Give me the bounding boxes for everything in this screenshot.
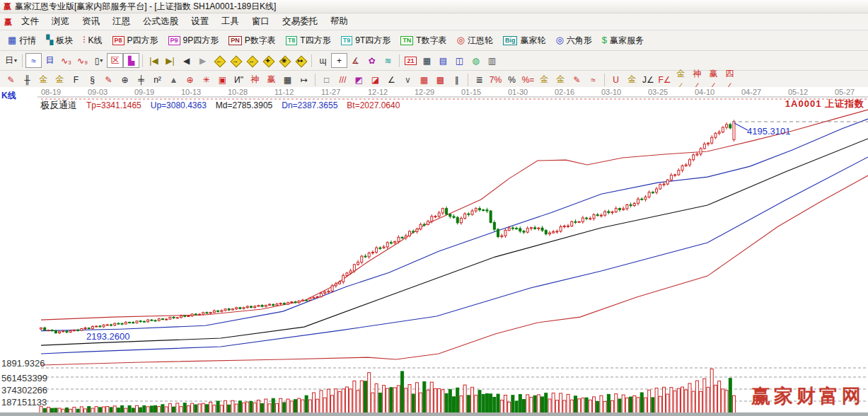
diamond-zoom-reset[interactable]: ✳ — [276, 53, 292, 68]
parallel-lines-tool[interactable]: ∥ — [449, 72, 465, 87]
mark-pen-tool[interactable]: ✎ — [100, 72, 117, 87]
pan-hand-tool[interactable]: ɰ — [315, 53, 331, 68]
f-ratio-tool[interactable]: F — [68, 72, 84, 87]
last-page-button[interactable]: ▶| — [162, 53, 178, 68]
star-target-tool[interactable]: ✳ — [198, 72, 214, 87]
menu-item-0[interactable]: 文件 — [15, 14, 45, 29]
9t-square-button[interactable]: T99T四方形 — [336, 33, 396, 48]
winner-wheel-button[interactable]: Big赢家轮 — [498, 33, 551, 48]
square-of-nine-tool[interactable]: n² — [149, 72, 166, 87]
info-panel-button[interactable]: 目 — [42, 53, 58, 68]
percent-tool[interactable]: % — [504, 72, 520, 87]
gann-wheel-button[interactable]: ◎江恩轮 — [452, 33, 498, 48]
percent-line-tool[interactable]: %= — [520, 72, 536, 87]
percent-retrace-tool[interactable]: 7% — [487, 72, 504, 87]
shen-angle-tool[interactable]: 神∠ — [689, 72, 705, 87]
pc-export-button[interactable]: ▥ — [484, 53, 500, 68]
calendar-button[interactable]: 21 — [403, 53, 419, 68]
p-square-button[interactable]: P8P四方形 — [108, 33, 163, 48]
diamond-shift-left[interactable]: ← — [211, 53, 227, 68]
pattern-match-tool[interactable]: ≋ — [380, 53, 396, 68]
x-axis-date: 11-12 — [274, 88, 294, 96]
menu-item-5[interactable]: 设置 — [185, 14, 215, 29]
first-page-button[interactable]: |◀ — [146, 53, 162, 68]
price-scale-tool[interactable]: ≣ — [471, 72, 487, 87]
menu-item-9[interactable]: 帮助 — [324, 14, 354, 29]
price-grid-tool[interactable]: ╪ — [133, 72, 149, 87]
angle-rays-tool[interactable]: ∠ — [383, 72, 400, 87]
menu-item-4[interactable]: 公式选股 — [137, 14, 185, 29]
flower-tool[interactable]: ✿ — [364, 53, 380, 68]
gold-angle-tool[interactable]: 金∠ — [673, 72, 689, 87]
kline-button[interactable]: ⫶K线 — [78, 33, 107, 48]
diamond-goto-end[interactable]: ↦ — [292, 53, 308, 68]
9p-square-button[interactable]: P99P四方形 — [163, 33, 224, 48]
cup-tool[interactable]: U — [608, 72, 624, 87]
fan-box-red-tool[interactable]: ◪ — [367, 72, 383, 87]
angle-measure-tool[interactable]: ∡ — [347, 53, 364, 68]
wave-cross-tool[interactable]: ≈ — [585, 72, 601, 87]
pen-bars-tool[interactable]: ✎ — [569, 72, 585, 87]
candle-body — [571, 221, 573, 226]
menu-item-6[interactable]: 工具 — [215, 14, 245, 29]
gann-grid-tool[interactable]: ▦ — [416, 72, 432, 87]
diamond-shift-right[interactable]: → — [227, 53, 243, 68]
menu-item-7[interactable]: 窗口 — [245, 14, 276, 29]
menu-item-1[interactable]: 浏览 — [45, 14, 76, 29]
red-pen-tool[interactable]: ✎ — [3, 72, 19, 87]
shen-grid-tool[interactable]: 神 — [247, 72, 263, 87]
extend-line-tool[interactable]: ↦ — [296, 72, 312, 87]
zigzag-tool[interactable]: ≈ — [25, 53, 42, 68]
golden-section-tool[interactable]: 金 — [35, 72, 52, 87]
period-selector[interactable]: 日▾ — [3, 53, 19, 68]
calculator-button[interactable]: ▦ — [419, 53, 435, 68]
winner-service-button[interactable]: $赢家服务 — [597, 33, 649, 48]
candle-body — [54, 330, 57, 333]
k9-curve-button[interactable]: ∿₉ — [74, 53, 91, 68]
gann-circle-tool[interactable]: ⊕ — [182, 72, 198, 87]
memo-button[interactable]: ▤ — [435, 53, 451, 68]
golden-ratio-tool[interactable]: 金 — [52, 72, 68, 87]
wave-v-tool[interactable]: ∨ — [400, 72, 416, 87]
crosshair-tool[interactable]: + — [331, 53, 347, 68]
wave-count-tool[interactable]: И" — [231, 72, 247, 87]
f-angle-tool[interactable]: F∠ — [656, 72, 673, 87]
gold-lines-tool[interactable]: 金 — [552, 72, 569, 87]
fan-box-purple-tool[interactable]: ◩ — [351, 72, 367, 87]
menu-item-8[interactable]: 交易委托 — [276, 14, 324, 29]
hexagon-button[interactable]: ◎六角形 — [550, 33, 596, 48]
spiral-tool[interactable]: § — [84, 72, 100, 87]
menu-item-3[interactable]: 江恩 — [106, 14, 137, 29]
diamond-compress[interactable]: ✦ — [260, 53, 276, 68]
color-histogram-button[interactable]: ▙ — [123, 53, 139, 68]
menu-item-2[interactable]: 资讯 — [76, 14, 106, 29]
t-number-table-button[interactable]: TNT数字表 — [395, 33, 451, 48]
gann-fan-tool[interactable]: /// — [335, 72, 351, 87]
p-number-table-button[interactable]: PNP数字表 — [224, 33, 281, 48]
k3-curve-button[interactable]: ∿₃ — [58, 53, 74, 68]
gann-grid2-tool[interactable]: ▩ — [432, 72, 449, 87]
square-target-tool[interactable]: ▣ — [214, 72, 231, 87]
mirror-fold-tool[interactable]: ▲ — [166, 72, 182, 87]
ying-angle-tool[interactable]: 赢∠ — [705, 72, 722, 87]
sector-button[interactable]: ▚板块 — [41, 33, 78, 48]
web-export-button[interactable]: ◍ — [468, 53, 484, 68]
t-square-button[interactable]: T8T四方形 — [281, 33, 336, 48]
quote-button[interactable]: ▦行情 — [3, 33, 41, 48]
diamond-expand[interactable]: ↔ — [243, 53, 260, 68]
gold-circle-tool[interactable]: 金 — [536, 72, 552, 87]
j-angle-tool[interactable]: J∠ — [640, 72, 656, 87]
ying-grid-tool[interactable]: 赢 — [263, 72, 279, 87]
save-button[interactable]: ◫ — [451, 53, 468, 68]
ruler-box-tool[interactable]: □ — [318, 72, 335, 87]
chart-canvas[interactable] — [0, 87, 868, 416]
gold-underline-tool[interactable]: 金 — [624, 72, 640, 87]
time-circle-tool[interactable]: ⊕ — [117, 72, 133, 87]
si-angle-tool[interactable]: 四∠ — [722, 72, 738, 87]
region-select-button[interactable]: 区 — [107, 53, 123, 68]
prev-button[interactable]: ◀ — [178, 53, 195, 68]
gann-line-tool[interactable]: ╫ — [19, 72, 35, 87]
grid-123-tool[interactable]: ▦ — [279, 72, 296, 87]
candle-style-selector[interactable]: ▯▾ — [91, 53, 107, 68]
next-button[interactable]: ▶ — [195, 53, 211, 68]
